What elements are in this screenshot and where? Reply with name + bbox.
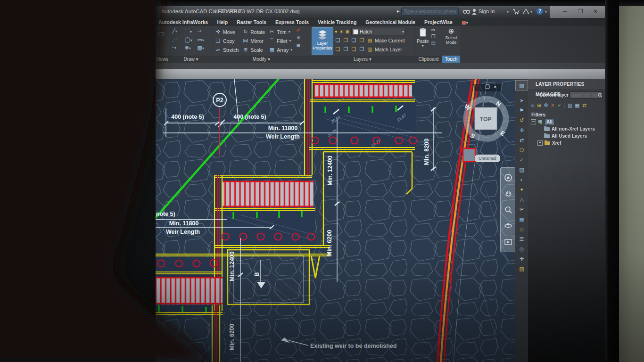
help-icon[interactable]: ? [537, 8, 543, 15]
restore-button[interactable]: ❐ [578, 8, 583, 15]
make-current-button[interactable]: ❏❐❏❐ ▤Make Current [335, 36, 415, 45]
layer-states-icon[interactable]: ≣ [530, 102, 535, 108]
panel-views-label[interactable]: Views [156, 56, 169, 63]
tool-icon[interactable]: ✂ [520, 207, 524, 212]
tree-item-all[interactable]: − All [528, 118, 605, 125]
tab-projectwise[interactable]: ProjectWise [424, 19, 453, 25]
region-tool-icon[interactable]: ▦▾ [197, 45, 210, 51]
match-layer-button[interactable]: ❏❐❏❐ ▥Match Layer [335, 45, 415, 54]
rotate-button[interactable]: ↻Rotate [242, 27, 265, 36]
help-caret-icon[interactable]: ▾ [545, 10, 547, 14]
tool-icon[interactable]: ⬡ [520, 148, 524, 153]
viewport-minimize-button[interactable]: − [479, 84, 481, 91]
stretch-button[interactable]: ▱Stretch [215, 45, 239, 54]
layer-merge-icon[interactable]: ▥ [568, 102, 572, 108]
rect-tool-icon[interactable]: ▭▾ [197, 37, 210, 43]
tool-icon[interactable]: ↺ [520, 118, 524, 123]
tool-icon[interactable]: ⇄ [520, 138, 524, 143]
pan-hand-icon[interactable] [504, 189, 512, 198]
scale-button[interactable]: ⊞Scale [242, 45, 265, 54]
move-button[interactable]: ✜Move [215, 27, 239, 36]
tool-icon[interactable]: ✦ [520, 187, 524, 192]
cut-scissors-icon[interactable]: ✂ [431, 27, 436, 33]
navigation-wheel-icon[interactable] [504, 173, 512, 182]
tool-icon[interactable]: ⚑ [520, 108, 524, 113]
trim-button[interactable]: ✂Trim ▾ [269, 27, 292, 36]
sign-in-button[interactable]: Sign In [479, 8, 495, 14]
paste-button[interactable]: Paste ▾ [417, 27, 429, 48]
new-layer-icon[interactable]: ⊞ [537, 102, 541, 108]
offset-button[interactable]: ≋ [296, 42, 300, 49]
tool-icon[interactable]: ✓ [520, 157, 524, 163]
keyword-search-input[interactable] [401, 8, 459, 16]
tab-vehicle-tracking[interactable]: Vehicle Tracking [318, 19, 356, 25]
layer-thaw-sun-icon[interactable]: ☀ [339, 29, 343, 34]
pline-tool-icon[interactable]: ⊃ [197, 28, 210, 35]
panel-draw-label[interactable]: Draw ▾ [169, 56, 213, 63]
tool-icon[interactable]: ☰ [520, 237, 524, 242]
palette-autohide-icon[interactable]: ▨ [515, 80, 528, 90]
panel-layers-label[interactable]: Layers ▾ [310, 56, 415, 63]
hatch-tool-icon[interactable]: ⋰ [172, 37, 185, 43]
fillet-button[interactable]: ⌒Fillet ▾ [269, 36, 292, 45]
tab-express-tools[interactable]: Express Tools [275, 19, 309, 25]
app-store-cart-icon[interactable] [512, 9, 520, 15]
zoom-extents-icon[interactable] [504, 206, 512, 214]
orbit-icon[interactable] [504, 222, 512, 230]
layer-transfer-icon[interactable]: ⇄ [582, 102, 586, 108]
mirror-button[interactable]: ⋈Mirror [242, 36, 265, 45]
array-button[interactable]: ▦Array ▾ [269, 45, 292, 54]
exchange-apps-icon[interactable] [523, 9, 529, 14]
viewport-close-button[interactable]: × [494, 84, 496, 91]
drawing-canvas[interactable]: P2 400 (note 5) 400 (note 5) Min. 11800 … [156, 79, 515, 362]
tool-icon[interactable]: ▦ [519, 217, 524, 222]
layer-select-combo[interactable]: Hatch ▾ [351, 28, 406, 35]
search-caret-icon[interactable]: ▸ [397, 8, 400, 14]
copy-button[interactable]: ❏Copy [215, 36, 239, 45]
viewcube-top-face[interactable]: TOP [480, 116, 491, 123]
copy-clip-icon[interactable]: ❐ [431, 34, 436, 39]
panel-touch-label[interactable]: Touch [442, 56, 460, 63]
sign-in-caret-icon[interactable]: ▾ [507, 10, 509, 14]
tool-icon[interactable]: ◐ [520, 177, 523, 182]
tab-extra-icon[interactable]: ▦▾ [462, 19, 468, 25]
ellipse-tool-icon[interactable]: ✾▾ [185, 45, 198, 51]
minimize-button[interactable]: ─ [563, 8, 567, 15]
revcloud-tool-icon[interactable]: ↪ [172, 45, 185, 51]
tool-icon[interactable]: △ [520, 197, 523, 202]
collapse-icon[interactable]: − [531, 119, 536, 124]
tree-item-non-xref[interactable]: All non-Xref Layers [528, 125, 605, 132]
line-tool-icon[interactable]: ╱▾ [172, 28, 185, 35]
select-mode-crosshair-icon[interactable]: ⊕ [442, 27, 460, 35]
set-current-icon[interactable]: ✓ [557, 102, 561, 108]
tool-icon[interactable]: ▤ [519, 167, 524, 173]
save-block-icon[interactable]: ▤ [431, 41, 436, 46]
circle-tool-icon[interactable]: ◯▾ [185, 37, 198, 43]
tool-icon[interactable]: ◎ [520, 247, 524, 252]
tool-icon[interactable]: ✜ [520, 128, 524, 133]
search-binoculars-icon[interactable] [463, 9, 470, 14]
viewport-restore-button[interactable]: ❐ [485, 84, 490, 91]
expand-icon[interactable]: + [537, 140, 543, 146]
tab-infraworks[interactable]: Autodesk InfraWorks [158, 19, 208, 25]
explode-button[interactable]: ✳ [296, 35, 300, 41]
showmotion-icon[interactable] [504, 238, 512, 246]
layer-lock-icon[interactable]: ▣ [345, 29, 349, 34]
tool-icon[interactable]: ➤ [520, 98, 524, 103]
tool-icon[interactable]: ✚ [520, 256, 524, 262]
tool-icon[interactable]: ◇ [520, 227, 523, 232]
layer-properties-button[interactable]: Layer Properties [312, 27, 333, 55]
panel-modify-label[interactable]: Modify ▾ [213, 56, 310, 63]
erase-button[interactable]: ✐ [296, 27, 300, 33]
select-mode-button[interactable]: Select Mode [442, 35, 460, 45]
tree-item-xref[interactable]: + Xref [528, 140, 605, 147]
new-frozen-layer-icon[interactable]: ❆ [544, 102, 548, 108]
tool-icon[interactable]: ▧ [519, 266, 524, 272]
apps-caret-icon[interactable]: ▾ [530, 10, 532, 14]
arc-tool-icon[interactable]: ⌒▾ [185, 28, 198, 35]
tree-item-used[interactable]: All Used Layers [528, 132, 605, 140]
panel-clipboard-label[interactable]: Clipboard [415, 56, 442, 63]
tab-raster-tools[interactable]: Raster Tools [237, 19, 266, 25]
layer-on-bulb-icon[interactable]: ● [335, 29, 337, 34]
layer-group-icon[interactable]: ▦ [575, 102, 579, 108]
